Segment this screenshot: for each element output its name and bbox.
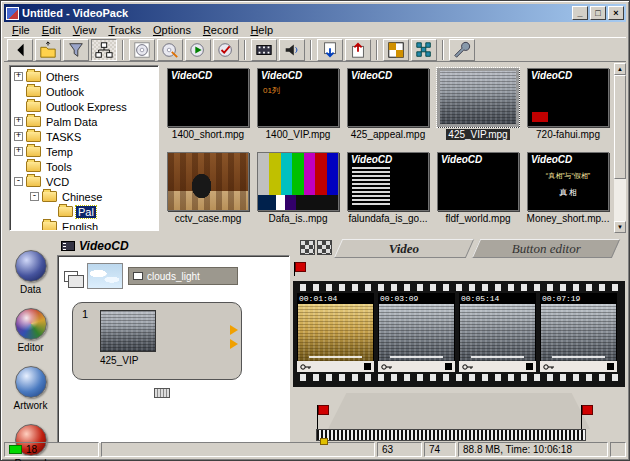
tree-item-tasks[interactable]: +TASKS xyxy=(10,129,158,144)
folder-tree[interactable]: +Others Outlook Outlook Express +Palm Da… xyxy=(9,65,159,231)
video-frame[interactable]: 00:05:14 xyxy=(459,293,536,372)
timeline-ruler[interactable] xyxy=(316,429,586,441)
folder-up-button[interactable] xyxy=(35,39,61,61)
text-block xyxy=(352,167,390,205)
frame-image[interactable] xyxy=(459,304,536,361)
burn-disc-button[interactable] xyxy=(157,39,183,61)
media-thumbnail[interactable]: VideoCD01列 1400_VIP.mpg xyxy=(253,63,343,147)
menu-file[interactable]: File xyxy=(6,23,36,37)
sidebar-item-editor[interactable]: Editor xyxy=(4,308,57,353)
video-frame[interactable]: 00:03:09 xyxy=(378,293,455,372)
scroll-up-button[interactable]: ▲ xyxy=(614,63,626,75)
media-thumbnail[interactable]: VideoCD 720-fahui.mpg xyxy=(523,63,613,147)
sidebar-item-artwork[interactable]: Artwork xyxy=(4,366,57,411)
menu-edit[interactable]: Edit xyxy=(36,23,67,37)
tree-item-tools[interactable]: Tools xyxy=(10,159,158,174)
folder-icon xyxy=(26,101,41,112)
key-icon xyxy=(300,363,312,371)
media-thumbnail[interactable]: VideoCD falundafa_is_go... xyxy=(343,147,433,231)
clip-reorder-arrows-icon[interactable] xyxy=(230,325,238,349)
media-thumbnail[interactable]: cctv_case.mpg xyxy=(163,147,253,231)
tree-item-chinese[interactable]: -Chinese xyxy=(10,189,158,204)
background-clip-bar[interactable]: clouds_light xyxy=(128,267,238,285)
keyframe-bar[interactable] xyxy=(459,361,536,372)
add-audio-track-button[interactable] xyxy=(279,39,305,61)
tree-item-others[interactable]: +Others xyxy=(10,69,158,84)
project-canvas[interactable]: clouds_light 1 425_VIP xyxy=(57,255,290,443)
back-button[interactable] xyxy=(7,39,33,61)
background-clip-thumbnail[interactable] xyxy=(87,263,123,289)
media-thumbnail[interactable]: VideoCD“真相”与“假相”真 相 Money_short.mp... xyxy=(523,147,613,231)
new-videocd-icon xyxy=(133,41,151,59)
add-video-track-button[interactable] xyxy=(251,39,277,61)
filmstrip[interactable]: 00:01:04 00:03:09 00:05:14 00:07:19 xyxy=(293,281,625,387)
new-videocd-button[interactable] xyxy=(129,39,155,61)
menu-view[interactable]: View xyxy=(67,23,103,37)
verify-disc-button[interactable] xyxy=(213,39,239,61)
trim-end-flag-icon[interactable] xyxy=(578,405,592,430)
maximize-button[interactable]: □ xyxy=(590,6,606,20)
keyframe-bar[interactable] xyxy=(378,361,455,372)
expand-toggle[interactable]: - xyxy=(14,177,23,186)
scrollbar-track[interactable] xyxy=(614,75,626,221)
start-flag-icon[interactable] xyxy=(291,262,305,276)
minimize-button[interactable]: _ xyxy=(572,6,588,20)
menu-help[interactable]: Help xyxy=(244,23,279,37)
tree-item-english[interactable]: English xyxy=(10,219,158,231)
tools-button[interactable] xyxy=(449,39,475,61)
menu-options[interactable]: Options xyxy=(147,23,197,37)
tree-item-label: Tools xyxy=(44,161,74,173)
expand-toggle[interactable]: + xyxy=(14,147,23,156)
sidebar-item-data[interactable]: Data xyxy=(4,250,57,295)
import-button[interactable] xyxy=(317,39,343,61)
application-window: Untitled - VideoPack _ □ × File Edit Vie… xyxy=(0,0,630,461)
tab-button-editor[interactable]: Button editor xyxy=(472,239,620,258)
scrollbar-thumb[interactable] xyxy=(614,75,626,179)
tree-view-icon xyxy=(95,41,113,59)
expand-toggle[interactable]: - xyxy=(30,192,39,201)
scroll-down-button[interactable]: ▼ xyxy=(614,221,626,233)
filter-button[interactable] xyxy=(63,39,89,61)
media-thumbnail[interactable]: VideoCD fldf_world.mpg xyxy=(433,147,523,231)
media-thumbnail[interactable]: VideoCD 1400_short.mpg xyxy=(163,63,253,147)
video-frame[interactable]: 00:07:19 xyxy=(540,293,617,372)
frame-image[interactable] xyxy=(540,304,617,361)
clip-group[interactable]: 1 425_VIP xyxy=(72,302,242,380)
media-thumbnail-selected[interactable]: 425_VIP.mpg xyxy=(433,63,523,147)
expand-toggle[interactable]: + xyxy=(14,72,23,81)
export-button[interactable] xyxy=(345,39,371,61)
tree-item-pal[interactable]: Pal xyxy=(10,204,158,219)
title-bar[interactable]: Untitled - VideoPack _ □ × xyxy=(4,4,626,22)
tree-item-outlook[interactable]: Outlook xyxy=(10,84,158,99)
trim-start-flag-icon[interactable] xyxy=(314,405,328,430)
media-filename: Money_short.mp... xyxy=(525,213,612,224)
expand-toggle[interactable]: + xyxy=(14,117,23,126)
frame-view-icon[interactable] xyxy=(317,240,332,255)
tree-item-palm-data[interactable]: +Palm Data xyxy=(10,114,158,129)
expand-toggle[interactable]: + xyxy=(14,132,23,141)
storyboard-view-icon[interactable] xyxy=(300,240,315,255)
clip-thumbnail[interactable] xyxy=(100,310,156,352)
play-disc-button[interactable] xyxy=(185,39,211,61)
media-library: VideoCD 1400_short.mpg VideoCD01列 1400_V… xyxy=(163,63,617,233)
position-marker[interactable] xyxy=(320,438,328,445)
tree-item-vcd[interactable]: -VCD xyxy=(10,174,158,189)
menu-tracks[interactable]: Tracks xyxy=(102,23,147,37)
layout-editor-button[interactable] xyxy=(383,39,409,61)
button-editor-button[interactable] xyxy=(411,39,437,61)
tab-video[interactable]: Video xyxy=(334,239,474,258)
media-thumbnail[interactable]: VideoCD 425_appeal.mpg xyxy=(343,63,433,147)
tree-item-outlook-express[interactable]: Outlook Express xyxy=(10,99,158,114)
library-scrollbar[interactable]: ▲ ▼ xyxy=(614,63,626,233)
video-frame[interactable]: 00:01:04 xyxy=(297,293,374,372)
tree-item-temp[interactable]: +Temp xyxy=(10,144,158,159)
keyframe-bar[interactable] xyxy=(540,361,617,372)
frame-image[interactable] xyxy=(297,304,374,361)
background-track[interactable]: clouds_light xyxy=(64,263,238,289)
keyframe-bar[interactable] xyxy=(297,361,374,372)
frame-image[interactable] xyxy=(378,304,455,361)
media-thumbnail[interactable]: Dafa_is..mpg xyxy=(253,147,343,231)
close-button[interactable]: × xyxy=(608,6,624,20)
tree-view-button[interactable] xyxy=(91,39,117,61)
menu-record[interactable]: Record xyxy=(197,23,244,37)
